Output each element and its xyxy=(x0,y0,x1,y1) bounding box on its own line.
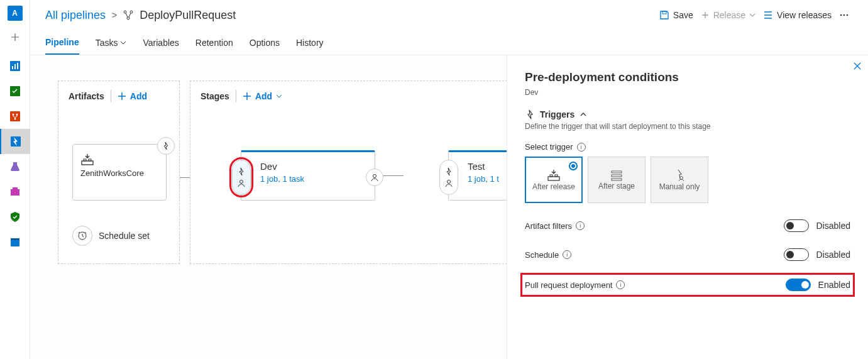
svg-point-26 xyxy=(373,175,376,178)
nav-artifacts[interactable] xyxy=(0,179,30,204)
artifact-filters-row: Artifact filtersi Disabled xyxy=(525,219,850,232)
left-nav-rail: A xyxy=(0,0,30,359)
add-stage-button[interactable]: Add xyxy=(243,91,282,101)
nav-compliance[interactable] xyxy=(0,204,30,229)
nav-pipelines[interactable] xyxy=(0,129,30,154)
release-icon xyxy=(547,169,561,182)
close-button[interactable] xyxy=(853,62,862,70)
nav-overview[interactable] xyxy=(0,53,30,79)
stage-jobs-link[interactable]: 1 job, 1 task xyxy=(260,174,363,184)
pre-deployment-panel: Pre-deployment conditions Dev Triggers D… xyxy=(507,55,868,359)
tab-tasks[interactable]: Tasks xyxy=(96,31,127,54)
rail-add-icon[interactable] xyxy=(8,30,23,45)
save-button[interactable]: Save xyxy=(656,8,697,23)
svg-point-18 xyxy=(840,14,842,16)
artifact-filters-label: Artifact filters xyxy=(525,221,572,231)
schedule-chip[interactable]: Schedule set xyxy=(72,226,150,246)
trigger-after-stage[interactable]: After stage xyxy=(588,157,646,203)
chevron-down-icon xyxy=(120,40,126,46)
save-label: Save xyxy=(673,10,693,20)
manual-icon xyxy=(673,169,686,182)
breadcrumb-root[interactable]: All pipelines xyxy=(45,9,106,22)
trigger-manual-only[interactable]: Manual only xyxy=(651,157,708,203)
nav-calendar[interactable] xyxy=(0,229,30,255)
nav-testplans[interactable] xyxy=(0,154,30,179)
list-icon xyxy=(763,10,773,20)
avatar[interactable]: A xyxy=(8,6,23,21)
stages-column: Stages Add Dev 1 job, 1 task xyxy=(190,80,529,264)
svg-rect-2 xyxy=(14,64,16,69)
chevron-down-icon xyxy=(276,93,282,99)
tab-variables[interactable]: Variables xyxy=(143,31,179,54)
select-trigger-label: Select trigger i xyxy=(525,142,850,152)
info-icon[interactable]: i xyxy=(577,143,586,152)
add-artifact-label: Add xyxy=(130,91,147,101)
add-artifact-button[interactable]: Add xyxy=(118,91,147,101)
svg-rect-13 xyxy=(11,238,19,240)
svg-rect-31 xyxy=(612,171,622,173)
tile-label: After release xyxy=(532,183,575,191)
add-stage-label: Add xyxy=(255,91,272,101)
release-label: Release xyxy=(713,10,745,20)
tab-retention[interactable]: Retention xyxy=(195,31,233,54)
svg-rect-1 xyxy=(12,66,13,69)
pipeline-icon xyxy=(123,10,133,20)
divider xyxy=(111,90,111,102)
tab-history[interactable]: History xyxy=(296,31,324,54)
artifact-trigger-toggle[interactable] xyxy=(157,137,175,155)
triggers-section[interactable]: Triggers xyxy=(525,109,850,119)
close-icon xyxy=(853,62,862,70)
artifact-card[interactable]: ZenithWorksCore xyxy=(72,144,167,201)
tab-tasks-label: Tasks xyxy=(96,38,118,48)
artifact-name: ZenithWorksCore xyxy=(80,168,158,178)
pipeline-name: DeployPullRequest xyxy=(140,9,236,22)
svg-point-14 xyxy=(124,11,126,13)
artifact-filters-toggle[interactable] xyxy=(784,219,809,232)
svg-rect-21 xyxy=(82,161,93,165)
nav-boards[interactable] xyxy=(0,79,30,104)
svg-rect-32 xyxy=(612,175,622,177)
tile-label: After stage xyxy=(598,182,635,191)
stage-dev[interactable]: Dev 1 job, 1 task xyxy=(241,150,375,201)
svg-point-27 xyxy=(448,180,451,184)
schedule-toggle[interactable] xyxy=(784,248,809,261)
svg-rect-3 xyxy=(17,63,18,69)
stage-name: Dev xyxy=(260,161,363,172)
release-button: Release xyxy=(697,8,759,23)
tab-options[interactable]: Options xyxy=(250,31,280,54)
plus-icon xyxy=(243,92,251,101)
chevron-up-icon xyxy=(580,111,587,118)
info-icon[interactable]: i xyxy=(563,250,571,259)
pr-deploy-toggle[interactable] xyxy=(786,279,811,291)
info-icon[interactable]: i xyxy=(616,280,625,289)
view-releases-label: View releases xyxy=(777,10,832,20)
more-menu[interactable] xyxy=(835,8,853,23)
ellipsis-icon xyxy=(839,10,849,20)
svg-point-19 xyxy=(843,14,845,16)
panel-title: Pre-deployment conditions xyxy=(525,70,850,84)
svg-point-8 xyxy=(14,118,16,120)
triggers-description: Define the trigger that will start deplo… xyxy=(525,122,850,131)
pr-deploy-state: Enabled xyxy=(818,280,850,290)
divider xyxy=(236,90,236,102)
post-deployment-conditions-button[interactable] xyxy=(366,168,383,186)
view-releases-button[interactable]: View releases xyxy=(759,8,835,23)
info-icon[interactable]: i xyxy=(576,221,585,230)
svg-rect-11 xyxy=(13,187,18,190)
pre-deployment-conditions-button[interactable] xyxy=(232,160,251,195)
pre-deployment-conditions-button[interactable] xyxy=(439,160,458,195)
svg-rect-29 xyxy=(550,175,552,177)
pull-request-deployment-row: Pull request deploymenti Enabled xyxy=(525,277,850,292)
person-icon xyxy=(444,179,453,187)
schedule-row: Schedulei Disabled xyxy=(525,248,850,261)
svg-rect-5 xyxy=(10,111,20,121)
clock-icon xyxy=(77,231,87,241)
artifact-filters-state: Disabled xyxy=(816,221,850,231)
svg-rect-33 xyxy=(612,179,622,180)
nav-repos[interactable] xyxy=(0,104,30,129)
tabs: Pipeline Tasks Variables Retention Optio… xyxy=(30,30,868,55)
tab-pipeline[interactable]: Pipeline xyxy=(45,31,79,55)
trigger-after-release[interactable]: After release xyxy=(525,157,583,203)
svg-rect-10 xyxy=(11,189,19,196)
svg-rect-23 xyxy=(89,159,91,161)
